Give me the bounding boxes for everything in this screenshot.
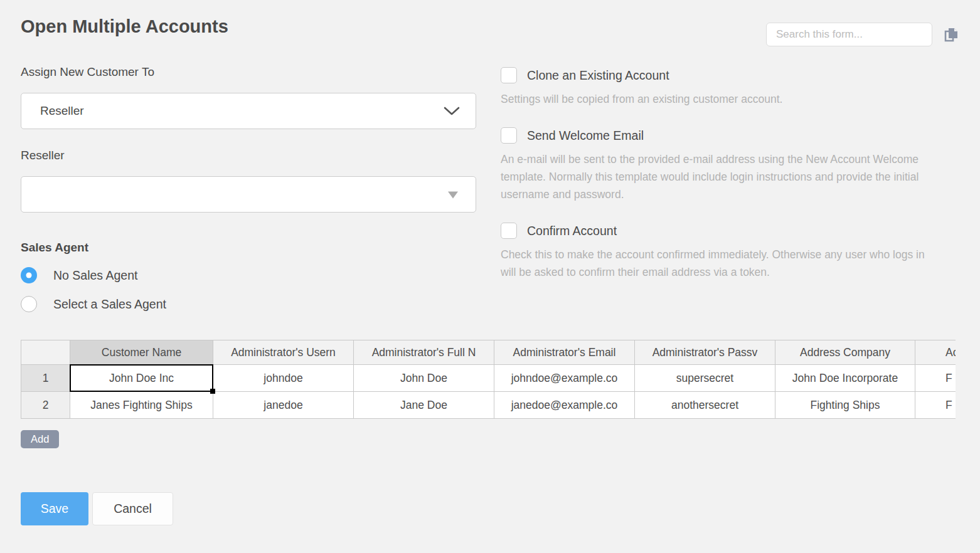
sales-agent-label: Sales Agent	[21, 241, 476, 255]
welcome-email-checkbox[interactable]	[501, 127, 517, 144]
cell-address-company[interactable]: Fighting Ships	[775, 392, 915, 419]
form-right-column: Clone an Existing Account Settings will …	[501, 65, 940, 312]
radio-select-sales-agent-label: Select a Sales Agent	[53, 297, 166, 312]
cell-clipped[interactable]: F	[915, 392, 956, 419]
assign-new-customer-label: Assign New Customer To	[21, 65, 476, 79]
welcome-email-description: An e-mail will be sent to the provided e…	[501, 150, 937, 203]
cell-address-company[interactable]: John Doe Incorporate	[775, 365, 915, 392]
assign-new-customer-select[interactable]: Reseller	[21, 93, 476, 129]
clone-account-label: Clone an Existing Account	[527, 68, 669, 83]
form-body: Assign New Customer To Reseller Reseller…	[21, 65, 959, 312]
column-header-clipped[interactable]: Ac	[915, 340, 956, 365]
radio-select-sales-agent[interactable]: Select a Sales Agent	[21, 296, 476, 312]
cell-admin-username[interactable]: janedoe	[213, 392, 354, 419]
cell-admin-password[interactable]: supersecret	[635, 365, 775, 392]
form-header: Open Multiple Accounts	[21, 14, 959, 46]
radio-selected-icon[interactable]	[21, 267, 37, 283]
cell-customer-name[interactable]: John Doe Inc	[70, 365, 213, 392]
confirm-account-checkbox-row[interactable]: Confirm Account	[501, 223, 940, 239]
cell-admin-email[interactable]: johndoe@example.co	[494, 365, 635, 392]
cell-admin-password[interactable]: anothersecret	[635, 392, 775, 419]
add-row-button[interactable]: Add	[21, 430, 59, 448]
row-number[interactable]: 2	[21, 392, 70, 419]
clone-account-description: Settings will be copied from an existing…	[501, 90, 937, 108]
clone-account-checkbox[interactable]	[501, 67, 517, 83]
cell-clipped[interactable]: F	[915, 365, 956, 392]
cell-admin-full-name[interactable]: John Doe	[354, 365, 494, 392]
welcome-email-group: Send Welcome Email An e-mail will be sen…	[501, 127, 940, 203]
cell-customer-name[interactable]: Janes Fighting Ships	[70, 392, 213, 419]
confirm-account-description: Check this to make the account confirmed…	[501, 246, 937, 281]
column-header-admin-password[interactable]: Administrator's Passv	[635, 340, 775, 365]
search-input[interactable]	[766, 23, 932, 46]
cell-admin-full-name[interactable]: Jane Doe	[354, 392, 494, 419]
form-actions: Save Cancel	[21, 492, 959, 525]
radio-no-sales-agent-label: No Sales Agent	[53, 268, 137, 283]
table-row: 2 Janes Fighting Ships janedoe Jane Doe …	[21, 392, 956, 419]
radio-no-sales-agent[interactable]: No Sales Agent	[21, 267, 476, 283]
confirm-account-checkbox[interactable]	[501, 223, 517, 239]
radio-unselected-icon[interactable]	[21, 296, 37, 312]
welcome-email-checkbox-row[interactable]: Send Welcome Email	[501, 127, 940, 144]
form-left-column: Assign New Customer To Reseller Reseller…	[21, 65, 476, 312]
form-search-area	[766, 23, 959, 46]
assign-new-customer-value: Reseller	[40, 104, 84, 118]
copy-icon[interactable]	[943, 26, 959, 43]
table-row: 1 John Doe Inc johndoe John Doe johndoe@…	[21, 365, 956, 392]
column-header-admin-email[interactable]: Administrator's Email	[494, 340, 635, 365]
save-button[interactable]: Save	[21, 492, 88, 525]
confirm-account-label: Confirm Account	[527, 224, 617, 238]
column-header-admin-username[interactable]: Administrator's Usern	[213, 340, 354, 365]
accounts-spreadsheet: Customer Name Administrator's Usern Admi…	[21, 340, 956, 419]
page-title: Open Multiple Accounts	[21, 16, 228, 37]
open-multiple-accounts-form: Open Multiple Accounts Assign New Custom…	[0, 0, 980, 525]
column-header-customer-name[interactable]: Customer Name	[70, 340, 213, 365]
clone-account-group: Clone an Existing Account Settings will …	[501, 67, 940, 108]
column-header-admin-full-name[interactable]: Administrator's Full N	[354, 340, 494, 365]
triangle-down-icon	[448, 191, 458, 198]
clone-account-checkbox-row[interactable]: Clone an Existing Account	[501, 67, 940, 83]
reseller-label: Reseller	[21, 149, 476, 162]
welcome-email-label: Send Welcome Email	[527, 129, 644, 143]
column-header-address-company[interactable]: Address Company	[775, 340, 915, 365]
chevron-down-icon	[444, 107, 460, 115]
reseller-select[interactable]	[21, 176, 476, 213]
spreadsheet-header-row: Customer Name Administrator's Usern Admi…	[21, 340, 956, 365]
confirm-account-group: Confirm Account Check this to make the a…	[501, 223, 940, 281]
cell-admin-email[interactable]: janedoe@example.co	[494, 392, 635, 419]
row-number-header	[21, 340, 70, 365]
cancel-button[interactable]: Cancel	[92, 492, 173, 525]
cell-admin-username[interactable]: johndoe	[213, 365, 354, 392]
row-number[interactable]: 1	[21, 365, 70, 392]
